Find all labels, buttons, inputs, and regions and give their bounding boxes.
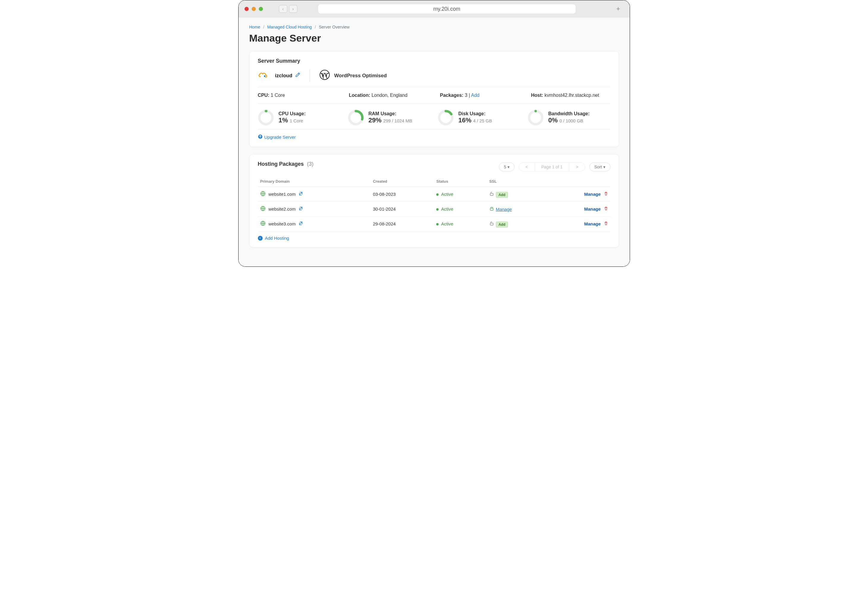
cpu-usage-donut-icon bbox=[258, 110, 274, 126]
status-label: Active bbox=[441, 192, 453, 197]
status-dot bbox=[436, 208, 438, 210]
info-cpu: CPU: 1 Core bbox=[258, 93, 337, 98]
svg-point-1 bbox=[320, 70, 329, 80]
platform-label: WordPress Optimised bbox=[334, 73, 387, 79]
breadcrumb-managed-cloud-hosting[interactable]: Managed Cloud Hosting bbox=[267, 25, 312, 30]
next-page-button[interactable]: > bbox=[570, 163, 585, 171]
globe-icon bbox=[260, 206, 266, 212]
status-label: Active bbox=[441, 206, 453, 212]
col-primary-domain: Primary Domain bbox=[258, 176, 371, 187]
wordpress-icon bbox=[319, 70, 330, 82]
ssl-unlocked-icon bbox=[489, 222, 494, 226]
info-packages: Packages: 3 | Add bbox=[440, 93, 519, 98]
cpu-usage-detail: 1 Core bbox=[289, 118, 303, 123]
domain-name: website2.com bbox=[269, 206, 296, 212]
domain-name: website1.com bbox=[269, 192, 296, 197]
delete-package-icon[interactable] bbox=[604, 221, 608, 226]
add-hosting-link[interactable]: + Add Hosting bbox=[258, 235, 289, 241]
back-button[interactable]: ‹ bbox=[279, 5, 287, 13]
delete-package-icon[interactable] bbox=[604, 206, 608, 212]
disk-usage-label: Disk Usage: bbox=[459, 111, 492, 117]
caret-down-icon: ▾ bbox=[508, 164, 509, 169]
package-count: (3) bbox=[307, 161, 314, 167]
hosting-packages-card: Hosting Packages (3) 5▾ < Page 1 of 1 > … bbox=[249, 154, 619, 247]
svg-point-2 bbox=[259, 111, 272, 124]
col-created: Created bbox=[371, 176, 434, 187]
manage-package-link[interactable]: Manage bbox=[584, 221, 601, 226]
bandwidth-usage-label: Bandwidth Usage: bbox=[548, 111, 590, 117]
delete-package-icon[interactable] bbox=[604, 192, 608, 197]
ram-usage-donut-icon bbox=[348, 110, 364, 126]
bandwidth-usage-detail: 0 / 1000 GB bbox=[559, 118, 583, 123]
page-info: Page 1 of 1 bbox=[535, 163, 570, 171]
cpu-usage-percent: 1% bbox=[279, 117, 288, 124]
nav-buttons: ‹ › bbox=[279, 5, 297, 13]
sort-select[interactable]: Sort▾ bbox=[589, 163, 610, 172]
upgrade-server-link[interactable]: Upgrade Server bbox=[258, 134, 296, 140]
external-link-icon[interactable] bbox=[298, 221, 303, 226]
external-link-icon[interactable] bbox=[298, 206, 303, 212]
page-content: Home / Managed Cloud Hosting / Server Ov… bbox=[239, 18, 630, 266]
globe-icon bbox=[260, 221, 266, 227]
minimize-window-button[interactable] bbox=[252, 7, 256, 11]
bandwidth-usage: Bandwidth Usage: 0%0 / 1000 GB bbox=[528, 110, 610, 126]
disk-usage-percent: 16% bbox=[459, 117, 472, 124]
bandwidth-usage-percent: 0% bbox=[548, 117, 558, 124]
caret-down-icon: ▾ bbox=[603, 164, 605, 169]
created-date: 30-01-2024 bbox=[371, 202, 434, 216]
ssl-add-button[interactable]: Add bbox=[496, 192, 508, 198]
prev-page-button[interactable]: < bbox=[519, 163, 535, 171]
browser-window: ‹ › my.20i.com + Home / Managed Cloud Ho… bbox=[238, 0, 630, 267]
ram-usage-detail: 299 / 1024 MB bbox=[384, 118, 412, 123]
manage-package-link[interactable]: Manage bbox=[584, 206, 601, 212]
svg-rect-14 bbox=[490, 208, 493, 210]
maximize-window-button[interactable] bbox=[259, 7, 263, 11]
url-bar[interactable]: my.20i.com bbox=[318, 4, 576, 14]
close-window-button[interactable] bbox=[245, 7, 249, 11]
breadcrumb-home[interactable]: Home bbox=[249, 25, 260, 30]
server-summary-card: Server Summary izcloud bbox=[249, 51, 619, 147]
svg-rect-16 bbox=[490, 223, 493, 225]
cpu-usage: CPU Usage: 1%1 Core bbox=[258, 110, 341, 126]
table-row: website1.com 03-08-2023 Active Add Manag… bbox=[258, 187, 610, 202]
page-size-select[interactable]: 5▾ bbox=[499, 163, 515, 172]
disk-usage-detail: 4 / 25 GB bbox=[473, 118, 492, 123]
disk-usage: Disk Usage: 16%4 / 25 GB bbox=[438, 110, 521, 126]
ram-usage: RAM Usage: 29%299 / 1024 MB bbox=[348, 110, 431, 126]
server-name: izcloud bbox=[275, 73, 292, 79]
ram-usage-percent: 29% bbox=[369, 117, 382, 124]
plus-icon: + bbox=[258, 236, 263, 241]
add-package-link[interactable]: Add bbox=[471, 93, 479, 98]
bandwidth-usage-donut-icon bbox=[528, 110, 544, 126]
breadcrumb-current: Server Overview bbox=[319, 25, 349, 30]
ssl-add-button[interactable]: Add bbox=[496, 222, 508, 228]
server-summary-heading: Server Summary bbox=[258, 58, 610, 64]
ram-usage-label: RAM Usage: bbox=[369, 111, 412, 117]
hosting-packages-heading: Hosting Packages (3) bbox=[258, 161, 314, 167]
col-ssl: SSL bbox=[487, 176, 558, 187]
browser-chrome: ‹ › my.20i.com + bbox=[239, 0, 630, 18]
new-tab-button[interactable]: + bbox=[613, 5, 624, 13]
domain-name: website3.com bbox=[269, 221, 296, 226]
col-status: Status bbox=[434, 176, 487, 187]
status-label: Active bbox=[441, 221, 453, 226]
globe-icon bbox=[260, 191, 266, 197]
disk-usage-donut-icon bbox=[438, 110, 454, 126]
manage-package-link[interactable]: Manage bbox=[584, 192, 601, 197]
table-row: website3.com 29-08-2024 Active Add Manag… bbox=[258, 216, 610, 231]
ssl-manage-link[interactable]: Manage bbox=[496, 207, 512, 212]
info-location: Location: London, England bbox=[349, 93, 428, 98]
ssl-locked-icon bbox=[489, 207, 494, 212]
external-link-icon[interactable] bbox=[298, 192, 303, 197]
info-host: Host: kvmhost42.lhr.stackcp.net bbox=[531, 93, 610, 98]
packages-table: Primary Domain Created Status SSL websit… bbox=[258, 176, 610, 231]
forward-button[interactable]: › bbox=[289, 5, 297, 13]
svg-point-0 bbox=[264, 75, 265, 77]
created-date: 03-08-2023 bbox=[371, 187, 434, 202]
svg-rect-12 bbox=[490, 193, 493, 195]
cloud-icon bbox=[258, 72, 268, 80]
edit-server-name-icon[interactable] bbox=[295, 73, 300, 79]
page-title: Manage Server bbox=[249, 33, 619, 44]
table-row: website2.com 30-01-2024 Active Manage Ma… bbox=[258, 202, 610, 216]
breadcrumb: Home / Managed Cloud Hosting / Server Ov… bbox=[249, 25, 619, 30]
